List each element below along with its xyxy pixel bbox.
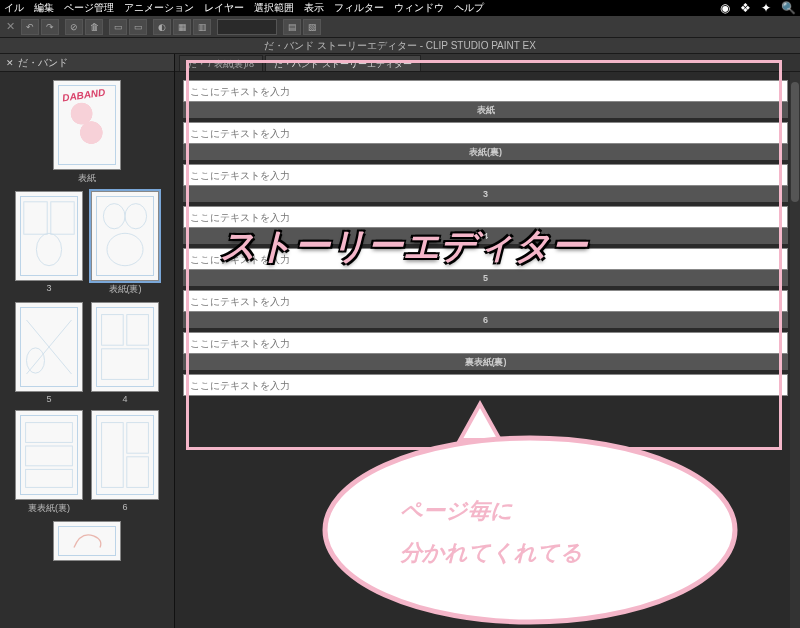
menu-item[interactable]: ページ管理: [64, 1, 114, 15]
close-icon[interactable]: ✕: [6, 58, 14, 68]
tool-button[interactable]: ▧: [303, 19, 321, 35]
page-divider-label: 4: [183, 228, 788, 244]
page-divider-label: 表紙(裏): [183, 144, 788, 160]
svg-point-2: [36, 233, 61, 265]
document-tab[interactable]: だ・ / 表紙(裏)/8: [179, 55, 263, 71]
editor-body[interactable]: 表紙 表紙(裏) 3 4 5 6: [175, 72, 800, 628]
clear-button[interactable]: ⊘: [65, 19, 83, 35]
svg-rect-15: [127, 457, 149, 488]
svg-point-5: [107, 233, 143, 265]
menu-item[interactable]: イル: [4, 1, 24, 15]
svg-rect-11: [26, 446, 73, 466]
menu-item[interactable]: ヘルプ: [454, 1, 484, 15]
cloud-icon[interactable]: ◉: [720, 1, 730, 15]
menu-item[interactable]: 選択範囲: [254, 1, 294, 15]
trash-button[interactable]: 🗑: [85, 19, 103, 35]
page-manager-sidebar: ✕ だ・バンド DABAND 表紙 3: [0, 54, 175, 628]
svg-rect-9: [102, 349, 149, 380]
story-text-input[interactable]: [183, 164, 788, 186]
menu-item[interactable]: フィルター: [334, 1, 384, 15]
tool-button[interactable]: ▭: [129, 19, 147, 35]
story-text-input[interactable]: [183, 248, 788, 270]
window-title: だ・バンド ストーリーエディター - CLIP STUDIO PAINT EX: [0, 38, 800, 54]
document-tabs: だ・ / 表紙(裏)/8 だ・バンド ストーリーエディター: [175, 54, 800, 72]
svg-point-3: [103, 204, 125, 229]
svg-rect-14: [127, 423, 149, 454]
page-thumbnail[interactable]: DABAND 表紙: [52, 80, 122, 185]
menubar: イル 編集 ページ管理 アニメーション レイヤー 選択範囲 表示 フィルター ウ…: [0, 0, 800, 16]
page-divider-label: 5: [183, 270, 788, 286]
page-thumbnail[interactable]: 5: [14, 302, 84, 404]
story-text-input[interactable]: [183, 122, 788, 144]
sidebar-tab-label: だ・バンド: [18, 56, 68, 70]
svg-rect-13: [102, 423, 124, 488]
undo-button[interactable]: ↶: [21, 19, 39, 35]
svg-rect-7: [102, 315, 124, 346]
close-icon[interactable]: ✕: [6, 20, 15, 33]
page-divider-label: 6: [183, 312, 788, 328]
menu-item[interactable]: 編集: [34, 1, 54, 15]
story-text-input[interactable]: [183, 374, 788, 396]
svg-point-4: [125, 204, 147, 229]
story-text-input[interactable]: [183, 332, 788, 354]
story-text-input[interactable]: [183, 290, 788, 312]
svg-rect-0: [24, 202, 47, 234]
menu-item[interactable]: アニメーション: [124, 1, 194, 15]
page-thumbnail[interactable]: 裏表紙(裏): [14, 410, 84, 515]
page-divider-label: 裏表紙(裏): [183, 354, 788, 370]
tool-button[interactable]: ◐: [153, 19, 171, 35]
sync-icon[interactable]: ❖: [740, 1, 751, 15]
document-tab[interactable]: だ・バンド ストーリーエディター: [265, 55, 421, 71]
page-thumbnail[interactable]: 表紙(裏): [90, 191, 160, 296]
main-split: ✕ だ・バンド DABAND 表紙 3: [0, 54, 800, 628]
svg-point-6: [27, 348, 45, 373]
story-text-input[interactable]: [183, 206, 788, 228]
menu-item[interactable]: ウィンドウ: [394, 1, 444, 15]
page-thumbnail[interactable]: 3: [14, 191, 84, 296]
redo-button[interactable]: ↷: [41, 19, 59, 35]
story-text-input[interactable]: [183, 80, 788, 102]
tool-button[interactable]: ▦: [173, 19, 191, 35]
svg-rect-1: [51, 202, 74, 234]
tool-button[interactable]: ▥: [193, 19, 211, 35]
page-thumbnail[interactable]: [52, 521, 122, 561]
page-divider-label: 3: [183, 186, 788, 202]
svg-rect-8: [127, 315, 149, 346]
page-thumbnail[interactable]: 6: [90, 410, 160, 515]
toolbar: ✕ ↶ ↷ ⊘ 🗑 ▭ ▭ ◐ ▦ ▥ ▤ ▧: [0, 16, 800, 38]
story-editor: だ・ / 表紙(裏)/8 だ・バンド ストーリーエディター 表紙 表紙(裏) 3…: [175, 54, 800, 628]
svg-rect-12: [26, 469, 73, 487]
settings-icon[interactable]: ✦: [761, 1, 771, 15]
page-thumbnail[interactable]: 4: [90, 302, 160, 404]
tool-button[interactable]: ▤: [283, 19, 301, 35]
value-field[interactable]: [217, 19, 277, 35]
search-icon[interactable]: 🔍: [781, 1, 796, 15]
page-divider-label: 表紙: [183, 102, 788, 118]
sidebar-scroll[interactable]: DABAND 表紙 3 表紙(裏) 5: [0, 72, 174, 628]
tool-button[interactable]: ▭: [109, 19, 127, 35]
menu-item[interactable]: 表示: [304, 1, 324, 15]
scrollbar[interactable]: [790, 72, 800, 628]
menu-item[interactable]: レイヤー: [204, 1, 244, 15]
sidebar-tab[interactable]: ✕ だ・バンド: [0, 54, 174, 72]
svg-rect-10: [26, 423, 73, 443]
